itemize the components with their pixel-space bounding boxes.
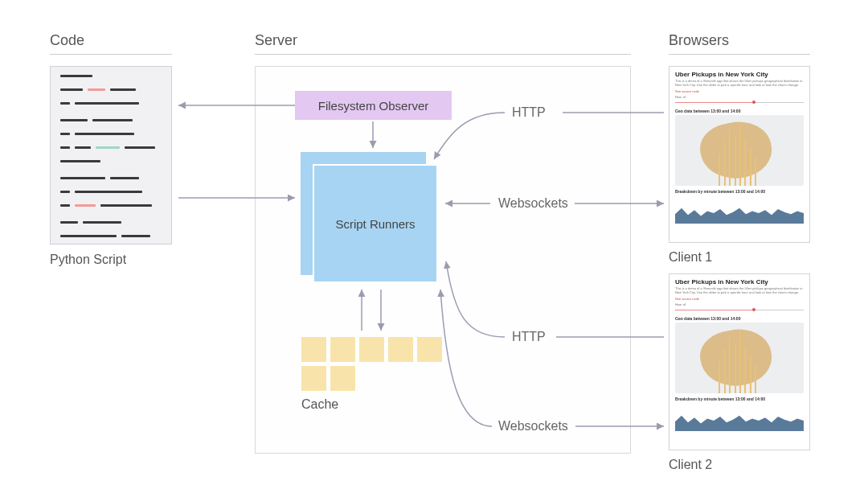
script-runners-box: Script Runners (313, 164, 438, 283)
cache-cell (417, 337, 442, 362)
cache-cell (330, 366, 355, 391)
hour-slider (675, 308, 804, 313)
client-1-caption: Client 1 (669, 250, 712, 265)
browser-client-1: Uber Pickups in New York City This is a … (669, 66, 810, 243)
connection-label-websockets: Websockets (498, 196, 568, 211)
section-geo: Geo data between 13:00 and 14:00 (675, 316, 804, 321)
python-script-caption: Python Script (50, 253, 126, 267)
source-link: See source code (675, 297, 804, 301)
client-2-caption: Client 2 (669, 458, 712, 472)
connection-label-websockets: Websockets (498, 419, 568, 434)
python-script-block (50, 66, 172, 244)
page-description: This is a demo of a Streamlit app that s… (675, 287, 804, 295)
column-title-code: Code (50, 32, 172, 55)
filesystem-observer-box: Filesystem Observer (295, 91, 452, 120)
page-title: Uber Pickups in New York City (675, 71, 804, 78)
slider-label: Hour of (675, 303, 804, 307)
cache-cell (301, 366, 326, 391)
slider-label: Hour of (675, 96, 804, 100)
connection-label-http: HTTP (512, 105, 546, 120)
section-breakdown: Breakdown by minute between 13:00 and 14… (675, 397, 804, 401)
section-geo: Geo data between 13:00 and 14:00 (675, 109, 804, 113)
source-link: See source code (675, 89, 804, 93)
cache-cell (359, 337, 384, 362)
section-breakdown: Breakdown by minute between 13:00 and 14… (675, 189, 804, 194)
connection-label-http: HTTP (512, 330, 546, 344)
column-title-browsers: Browsers (669, 32, 810, 55)
map-chart (675, 115, 804, 186)
cache-cell (330, 337, 355, 362)
map-chart (675, 323, 804, 393)
page-title: Uber Pickups in New York City (675, 278, 804, 286)
hour-slider (675, 101, 804, 105)
cache-caption: Cache (301, 397, 338, 412)
cache-grid (301, 337, 450, 391)
page-description: This is a demo of a Streamlit app that s… (675, 80, 804, 88)
browser-client-2: Uber Pickups in New York City This is a … (669, 273, 810, 450)
minute-chart (675, 195, 804, 224)
cache-cell (301, 337, 326, 362)
column-title-server: Server (255, 32, 631, 55)
cache-cell (388, 337, 413, 362)
minute-chart (675, 403, 804, 431)
